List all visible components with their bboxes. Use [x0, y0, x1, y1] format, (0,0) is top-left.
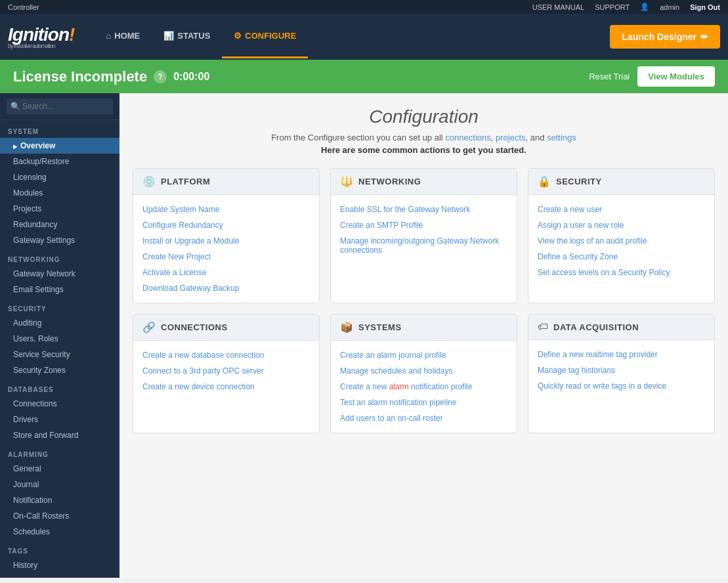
card-systems: 📦 SYSTEMS Create an alarm journal profil… — [330, 314, 517, 433]
sidebar-item-history[interactable]: History — [0, 557, 119, 573]
data-acquisition-link-historians[interactable]: Manage tag historians — [538, 362, 705, 378]
card-connections: 🔗 CONNECTIONS Create a new database conn… — [133, 314, 320, 433]
license-help-icon[interactable]: ? — [154, 70, 167, 83]
card-security-header: 🔒 SECURITY — [528, 169, 714, 195]
sidebar-item-email-settings[interactable]: Email Settings — [0, 282, 119, 297]
systems-link-pipeline[interactable]: Test an alarm notification pipeline — [340, 395, 507, 410]
sidebar-item-overview[interactable]: Overview — [0, 138, 119, 154]
launch-designer-button[interactable]: Launch Designer ✏ — [610, 25, 720, 49]
sidebar-item-journal[interactable]: Journal — [0, 477, 119, 492]
connections-link-opc[interactable]: Connect to a 3rd party OPC server — [142, 363, 310, 379]
sidebar-item-on-call-rosters[interactable]: On-Call Rosters — [0, 508, 119, 524]
security-link-define-zone[interactable]: Define a Security Zone — [538, 249, 705, 265]
config-subtitle: From the Configure section you can set u… — [133, 133, 715, 142]
sidebar-item-redundancy[interactable]: Redundancy — [0, 217, 119, 232]
card-security-body: Create a new user Assign a user a new ro… — [528, 195, 714, 287]
license-title: License Incomplete — [13, 68, 147, 85]
search-box: 🔍 — [0, 93, 119, 120]
header-right: Launch Designer ✏ — [610, 25, 720, 49]
platform-link-configure-redundancy[interactable]: Configure Redundancy — [142, 217, 310, 233]
sidebar-item-licensing[interactable]: Licensing — [0, 169, 119, 185]
nav-configure[interactable]: ⚙ CONFIGURE — [222, 15, 308, 58]
platform-link-install-module[interactable]: Install or Upgrade a Module — [142, 233, 310, 249]
connections-link-device[interactable]: Create a new device connection — [142, 379, 310, 395]
cards-grid: 💿 PLATFORM Update System Name Configure … — [133, 168, 715, 433]
connections-link-db[interactable]: Create a new database connection — [142, 347, 310, 363]
security-title: SECURITY — [556, 177, 602, 186]
sidebar-section-system: SYSTEM — [0, 120, 119, 138]
top-bar-right: USER MANUAL SUPPORT 👤 admin Sign Out — [532, 3, 720, 11]
sidebar-item-auditing[interactable]: Auditing — [0, 315, 119, 331]
card-connections-body: Create a new database connection Connect… — [133, 341, 319, 401]
signout-link[interactable]: Sign Out — [690, 3, 720, 11]
support-link[interactable]: SUPPORT — [595, 3, 630, 11]
license-right: Reset Trial View Modules — [589, 66, 715, 87]
security-link-new-user[interactable]: Create a new user — [538, 202, 705, 217]
sidebar-item-gateway-network[interactable]: Gateway Network — [0, 266, 119, 282]
sidebar-item-connections[interactable]: Connections — [0, 396, 119, 412]
sidebar-item-users-roles[interactable]: Users, Roles — [0, 331, 119, 347]
sidebar-section-tags: TAGS — [0, 540, 119, 557]
systems-link-notification[interactable]: Create a new alarm notification profile — [340, 379, 507, 395]
card-systems-body: Create an alarm journal profile Manage s… — [331, 341, 517, 433]
sidebar-item-gateway-settings[interactable]: Gateway Settings — [0, 232, 119, 248]
card-platform-header: 💿 PLATFORM — [133, 169, 319, 195]
card-platform-body: Update System Name Configure Redundancy … — [133, 195, 319, 303]
sidebar-item-drivers[interactable]: Drivers — [0, 412, 119, 427]
systems-link-on-call[interactable]: Add users to an on-call roster — [340, 410, 507, 426]
platform-title: PLATFORM — [161, 177, 210, 186]
security-link-audit[interactable]: View the logs of an audit profile — [538, 233, 705, 249]
sidebar-item-store-forward[interactable]: Store and Forward — [0, 427, 119, 443]
security-link-assign-role[interactable]: Assign a user a new role — [538, 217, 705, 233]
top-bar: Controller USER MANUAL SUPPORT 👤 admin S… — [0, 0, 728, 14]
card-networking-body: Enable SSL for the Gateway Network Creat… — [331, 195, 517, 265]
logo-text: Ignition — [8, 24, 69, 45]
networking-link-smtp[interactable]: Create an SMTP Profile — [340, 217, 507, 233]
platform-link-create-project[interactable]: Create New Project — [142, 249, 310, 265]
config-title: Configuration — [133, 106, 715, 127]
main-nav: ⌂ HOME 📊 STATUS ⚙ CONFIGURE — [94, 15, 308, 58]
nav-status[interactable]: 📊 STATUS — [152, 15, 222, 58]
username: admin — [660, 3, 679, 11]
license-left: License Incomplete ? 0:00:00 — [13, 68, 209, 85]
systems-link-journal[interactable]: Create an alarm journal profile — [340, 347, 507, 363]
security-link-access-levels[interactable]: Set access levels on a Security Policy — [538, 265, 705, 280]
sidebar-item-schedules[interactable]: Schedules — [0, 524, 119, 540]
sidebar-item-backup[interactable]: Backup/Restore — [0, 154, 119, 169]
data-acquisition-link-tag-provider[interactable]: Define a new realtime tag provider — [538, 347, 705, 362]
data-acquisition-icon: 🏷 — [538, 321, 548, 333]
nav-home[interactable]: ⌂ HOME — [94, 15, 152, 58]
sidebar-section-alarming: ALARMING — [0, 443, 119, 461]
sidebar-item-service-security[interactable]: Service Security — [0, 347, 119, 362]
user-icon: 👤 — [640, 3, 649, 11]
sidebar-section-networking: NETWORKING — [0, 248, 119, 266]
sidebar-item-modules[interactable]: Modules — [0, 185, 119, 201]
sidebar-item-projects[interactable]: Projects — [0, 201, 119, 217]
platform-icon: 💿 — [142, 175, 156, 188]
search-input[interactable] — [7, 98, 113, 114]
networking-title: NETWORKING — [358, 177, 421, 186]
logo-exclaim: ! — [69, 24, 74, 45]
card-data-acquisition-body: Define a new realtime tag provider Manag… — [528, 340, 714, 400]
networking-link-manage[interactable]: Manage incoming/outgoing Gateway Network… — [340, 233, 507, 258]
networking-link-ssl[interactable]: Enable SSL for the Gateway Network — [340, 202, 507, 217]
platform-link-download-backup[interactable]: Download Gateway Backup — [142, 280, 310, 296]
systems-link-schedules[interactable]: Manage schedules and holidays — [340, 363, 507, 379]
sidebar-item-general[interactable]: General — [0, 461, 119, 477]
sidebar-section-databases: DATABASES — [0, 378, 119, 396]
platform-link-update-system[interactable]: Update System Name — [142, 202, 310, 217]
user-manual-link[interactable]: USER MANUAL — [532, 3, 584, 11]
view-modules-button[interactable]: View Modules — [637, 66, 715, 87]
reset-trial-link[interactable]: Reset Trial — [589, 72, 630, 81]
logo: Ignition! by inductive automation — [8, 24, 74, 49]
platform-link-activate-license[interactable]: Activate a License — [142, 265, 310, 280]
card-security: 🔒 SECURITY Create a new user Assign a us… — [528, 168, 715, 303]
data-acquisition-link-read-write[interactable]: Quickly read or write tags in a device — [538, 378, 705, 394]
card-connections-header: 🔗 CONNECTIONS — [133, 314, 319, 341]
sidebar-item-realtime[interactable]: Realtime — [0, 573, 119, 578]
sidebar-item-notification[interactable]: Notification — [0, 492, 119, 508]
main-layout: 🔍 SYSTEM Overview Backup/Restore Licensi… — [0, 93, 728, 578]
app-name: Controller — [8, 3, 39, 11]
sidebar-item-security-zones[interactable]: Security Zones — [0, 362, 119, 378]
card-data-acquisition: 🏷 DATA ACQUISITION Define a new realtime… — [528, 314, 715, 433]
